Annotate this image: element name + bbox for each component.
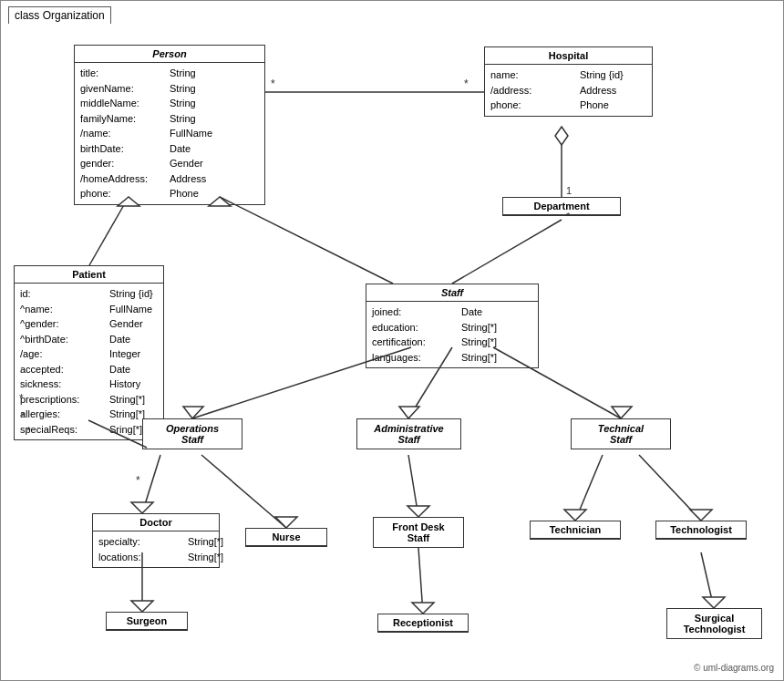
class-department: Department <box>502 197 621 216</box>
svg-line-27 <box>575 455 603 521</box>
class-front-desk-staff: Front DeskStaff <box>373 517 464 548</box>
class-patient-attrs: id:String {id} ^name:FullName ^gender:Ge… <box>15 284 163 439</box>
class-surgeon-title: Surgeon <box>107 613 187 630</box>
svg-line-35 <box>701 552 714 608</box>
class-surgical-technologist: SurgicalTechnologist <box>666 608 762 639</box>
class-technician-title: Technician <box>531 521 620 539</box>
class-person-attrs: title:String givenName:String middleName… <box>75 63 264 204</box>
class-doctor-attrs: specialty:String[*] locations:String[*] <box>93 531 219 567</box>
class-operations-staff-title: OperationsStaff <box>143 419 242 449</box>
class-hospital: Hospital name:String {id} /address:Addre… <box>484 46 653 117</box>
class-staff: Staff joined:Date education:String[*] ce… <box>366 284 539 368</box>
svg-text:*: * <box>464 77 469 90</box>
svg-line-10 <box>220 197 393 284</box>
class-surgeon: Surgeon <box>106 612 188 631</box>
class-nurse-title: Nurse <box>246 529 326 546</box>
svg-marker-22 <box>131 502 153 513</box>
svg-marker-20 <box>612 407 632 418</box>
class-administrative-staff-title: AdministrativeStaff <box>357 419 460 449</box>
class-surgical-technologist-title: SurgicalTechnologist <box>667 609 761 638</box>
class-person-title: Person <box>75 46 264 63</box>
diagram-title: class Organization <box>8 6 111 24</box>
svg-marker-16 <box>183 407 203 418</box>
svg-marker-36 <box>703 597 725 608</box>
class-receptionist: Receptionist <box>377 614 469 633</box>
class-patient-title: Patient <box>15 266 163 284</box>
class-nurse: Nurse <box>245 528 327 547</box>
copyright: © uml-diagrams.org <box>694 663 774 673</box>
svg-text:*: * <box>271 77 275 90</box>
class-doctor-title: Doctor <box>93 514 219 531</box>
svg-line-21 <box>142 455 160 513</box>
svg-marker-18 <box>399 407 419 418</box>
class-administrative-staff: AdministrativeStaff <box>356 418 461 449</box>
class-department-title: Department <box>503 198 620 215</box>
diagram-container: class Organization Person title:String g… <box>0 0 784 681</box>
class-receptionist-title: Receptionist <box>378 614 468 632</box>
class-staff-attrs: joined:Date education:String[*] certific… <box>366 302 538 367</box>
svg-text:*: * <box>136 474 140 487</box>
svg-marker-4 <box>555 127 568 145</box>
class-technical-staff: TechnicalStaff <box>571 418 671 449</box>
class-hospital-title: Hospital <box>485 47 652 65</box>
svg-marker-34 <box>412 603 434 614</box>
class-patient: Patient id:String {id} ^name:FullName ^g… <box>14 265 164 440</box>
svg-line-25 <box>408 455 418 517</box>
svg-line-33 <box>418 548 423 614</box>
svg-line-29 <box>639 455 701 521</box>
svg-marker-30 <box>690 510 712 521</box>
svg-marker-28 <box>564 510 586 521</box>
svg-line-7 <box>452 220 562 284</box>
class-operations-staff: OperationsStaff <box>142 418 242 449</box>
class-technical-staff-title: TechnicalStaff <box>572 419 670 449</box>
svg-marker-24 <box>275 517 297 528</box>
svg-marker-32 <box>131 601 153 612</box>
class-front-desk-staff-title: Front DeskStaff <box>374 518 463 547</box>
class-technician: Technician <box>530 521 621 540</box>
class-technologist-title: Technologist <box>656 521 746 539</box>
svg-marker-26 <box>407 506 429 517</box>
class-doctor: Doctor specialty:String[*] locations:Str… <box>92 513 220 568</box>
class-technologist: Technologist <box>655 521 747 540</box>
svg-text:1: 1 <box>566 185 572 196</box>
class-person: Person title:String givenName:String mid… <box>74 45 265 205</box>
svg-line-8 <box>89 197 129 265</box>
class-staff-title: Staff <box>366 284 538 302</box>
class-hospital-attrs: name:String {id} /address:Address phone:… <box>485 65 652 116</box>
